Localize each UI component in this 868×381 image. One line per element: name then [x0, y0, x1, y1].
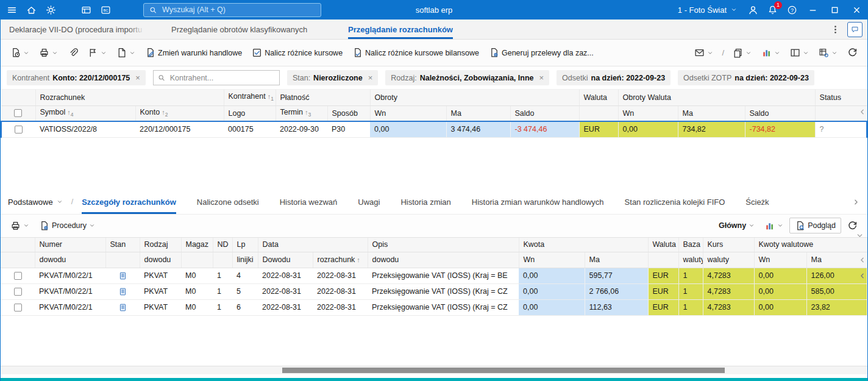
close-button[interactable]	[845, 0, 867, 20]
settings-button[interactable]	[41, 0, 60, 20]
cell-ma[interactable]: 3 474,46	[446, 121, 510, 137]
cell-data-rozrachunku[interactable]: 2022-08-31	[313, 284, 368, 300]
tab-przegladanie-obrotow[interactable]: Przeglądanie obrotów klasyfikowanych	[171, 20, 321, 39]
col-baza-waluty[interactable]: waluty	[678, 252, 703, 268]
cell-wn-wal[interactable]: 0,00	[754, 300, 806, 316]
col-numer-dowodu[interactable]: dowodu	[35, 252, 105, 268]
document-actions-button[interactable]	[113, 44, 139, 62]
cell-opis[interactable]: Przeksięgowanie VAT (IOSS) (Kraj = CZ	[368, 284, 519, 300]
comments-button[interactable]	[847, 22, 863, 37]
row-checkbox-cell[interactable]	[1, 284, 35, 300]
col-logo[interactable]: Logo	[224, 105, 276, 121]
cell-ma-wal[interactable]: 23,82	[806, 300, 867, 316]
remove-filter-icon[interactable]: ×	[135, 73, 140, 82]
cell-numer[interactable]: PKVAT/M0/22/1	[35, 268, 105, 284]
cell-stan[interactable]	[105, 284, 140, 300]
cell-termin[interactable]: 2022-09-30	[276, 121, 327, 137]
select-all-checkbox-cell[interactable]	[1, 105, 35, 121]
cell-wn[interactable]: 0,00	[519, 284, 585, 300]
detail-tab-szczegoly[interactable]: Szczegóły rozrachunków	[82, 190, 176, 214]
horizontal-scrollbar[interactable]	[1, 366, 867, 374]
row-checkbox[interactable]	[14, 304, 22, 312]
cell-lp[interactable]: 4	[232, 268, 258, 284]
flag-button[interactable]	[84, 44, 110, 62]
cell-wn[interactable]: 0,00	[519, 300, 585, 316]
col-wn[interactable]: Wn	[370, 105, 446, 121]
detail-tab-uwagi[interactable]: Uwagi	[358, 190, 380, 214]
col-waluta[interactable]	[648, 252, 678, 268]
col-kwota-ma[interactable]: Ma	[585, 252, 648, 268]
bc-module-button[interactable]	[96, 0, 115, 20]
col-saldo[interactable]: Saldo	[510, 105, 579, 121]
cell-wn-wal[interactable]: 0,00	[754, 284, 806, 300]
cell-wn[interactable]: 0,00	[519, 268, 585, 284]
cell-saldo-waluta[interactable]: -734,82	[745, 121, 815, 137]
col-konto[interactable]: Konto↑2	[135, 105, 224, 121]
cell-numer[interactable]: PKVAT/M0/22/1	[35, 300, 105, 316]
detail-print-button[interactable]	[7, 216, 33, 235]
row-checkbox[interactable]	[14, 272, 22, 280]
cell-rodzaj[interactable]: PKVAT	[140, 284, 181, 300]
tab-przegladanie-rozrachunkow[interactable]: Przeglądanie rozrachunków	[348, 20, 453, 39]
filter-chip-rodzaj[interactable]: Rodzaj: Należności, Zobowiązania, Inne ×	[385, 70, 549, 85]
cell-kurs[interactable]: 4,7283	[703, 268, 754, 284]
group-header-kontrahent[interactable]: Kontrahent↑1	[224, 90, 276, 105]
cell-stan[interactable]	[105, 268, 140, 284]
calc-fx-balance-differences-button[interactable]: Nalicz różnice kursowe bilansowe	[349, 44, 483, 62]
cell-ma[interactable]: 112,63	[585, 300, 648, 316]
row-checkbox[interactable]	[14, 288, 22, 296]
col-ma-waluta[interactable]: Ma	[678, 105, 745, 121]
scroll-left-indicator[interactable]	[858, 108, 866, 116]
calc-fx-differences-button[interactable]: Nalicz różnice kursowe	[248, 44, 346, 62]
tab-deklaracje-vii-do[interactable]: Deklaracje VII-DO (procedura importu	[9, 20, 144, 39]
col-wn-waluta[interactable]: Wn	[618, 105, 678, 121]
detail-chart-button[interactable]	[761, 216, 787, 235]
global-search-input[interactable]	[161, 5, 315, 15]
minimize-button[interactable]	[802, 0, 824, 20]
cell-ma-waluta[interactable]: 734,82	[678, 121, 745, 137]
detail-tab-naliczone-odsetki[interactable]: Naliczone odsetki	[197, 190, 259, 214]
cell-data-dowodu[interactable]: 2022-08-31	[258, 268, 313, 284]
help-button[interactable]	[782, 0, 802, 20]
filter-chip-odsetki-zotp[interactable]: Odsetki ZOTP na dzień: 2022-09-23	[678, 70, 814, 85]
cell-magazyn[interactable]: M0	[181, 284, 213, 300]
maximize-button[interactable]	[824, 0, 845, 20]
chart-button[interactable]	[758, 44, 784, 62]
cell-status[interactable]: ?	[815, 121, 867, 137]
col-data-rozrachunku[interactable]: rozrachunk↑	[313, 252, 368, 268]
cell-saldo[interactable]: -3 474,46	[510, 121, 579, 137]
view-selector-button[interactable]: Główny	[715, 216, 758, 235]
menu-button[interactable]	[2, 0, 21, 20]
home-button[interactable]	[21, 0, 41, 20]
cell-wn-waluta[interactable]: 0,00	[618, 121, 678, 137]
col-opis-dowodu[interactable]: dowodu	[368, 252, 519, 268]
refresh-button[interactable]	[844, 44, 861, 62]
cell-numer[interactable]: PKVAT/M0/22/1	[35, 284, 105, 300]
scrollbar-thumb[interactable]	[282, 368, 725, 373]
row-checkbox[interactable]	[15, 126, 23, 134]
notifications-button[interactable]: 1	[763, 0, 782, 20]
cell-nd[interactable]: 1	[213, 300, 232, 316]
detail-tab-fifo[interactable]: Stan rozliczenia kolejki FIFO	[625, 190, 725, 214]
attachments-button[interactable]	[64, 44, 82, 62]
cell-magazyn[interactable]: M0	[181, 268, 213, 284]
layout-button[interactable]	[786, 44, 813, 62]
cell-baza[interactable]: 1	[678, 300, 703, 316]
cell-waluta[interactable]: EUR	[648, 300, 678, 316]
col-data-dowodu[interactable]: Dowodu	[258, 252, 313, 268]
cell-data-rozrachunku[interactable]: 2022-08-31	[313, 300, 368, 316]
cell-kurs[interactable]: 4,7283	[703, 300, 754, 316]
remove-filter-icon[interactable]: ×	[368, 73, 373, 82]
detail-row[interactable]: PKVAT/M0/22/1 PKVAT M0 1 5 2022-08-31 20…	[1, 284, 867, 300]
col-kwota-wn[interactable]: Wn	[519, 252, 585, 268]
row-checkbox-cell[interactable]	[1, 300, 35, 316]
col-nd[interactable]	[213, 252, 232, 268]
cell-opis[interactable]: Przeksięgowanie VAT (IOSS) (Kraj = BE	[368, 268, 519, 284]
cell-opis[interactable]: Przeksięgowanie VAT (IOSS) (Kraj = CZ	[368, 300, 519, 316]
cell-baza[interactable]: 1	[678, 268, 703, 284]
cell-waluta[interactable]: EUR	[648, 284, 678, 300]
scroll-left-indicator[interactable]	[858, 256, 866, 264]
col-kwoty-wn[interactable]: Wn	[754, 252, 806, 268]
cell-nd[interactable]: 1	[213, 268, 232, 284]
cell-konto[interactable]: 220/12/000175	[135, 121, 224, 137]
